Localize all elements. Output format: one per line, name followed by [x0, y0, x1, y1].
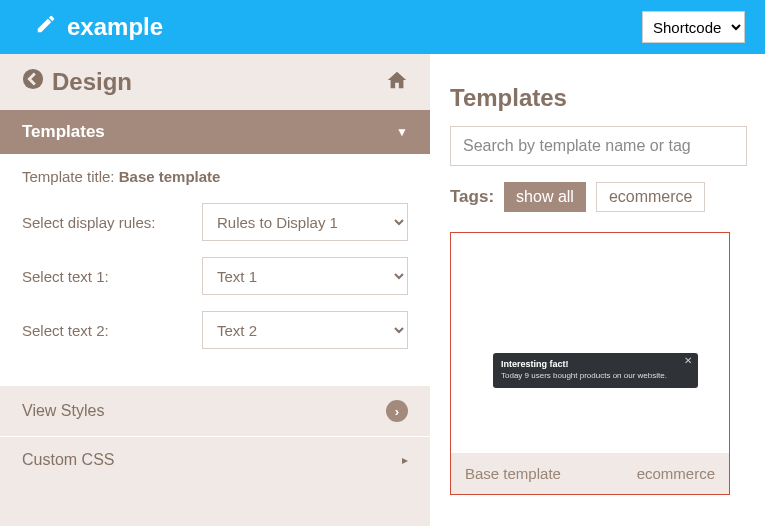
- template-title-line: Template title: Base template: [22, 168, 408, 185]
- back-button[interactable]: Design: [22, 68, 132, 96]
- notif-title: Interesting fact!: [501, 359, 690, 369]
- accordion-custom-css[interactable]: Custom CSS ▸: [0, 436, 430, 483]
- select-text-2[interactable]: Text 2: [202, 311, 408, 349]
- design-header: Design: [0, 54, 430, 110]
- chevron-left-icon: [22, 68, 44, 96]
- accordion-label: View Styles: [22, 402, 104, 420]
- sidebar: Design Templates ▼ Template title: Base …: [0, 54, 430, 526]
- topbar-left: example: [35, 13, 163, 41]
- accordion-view-styles[interactable]: View Styles ›: [0, 385, 430, 436]
- templates-body: Template title: Base template Select dis…: [0, 154, 430, 385]
- right-title: Templates: [450, 84, 765, 112]
- svg-point-0: [23, 69, 43, 89]
- main: Design Templates ▼ Template title: Base …: [0, 54, 765, 526]
- tags-label: Tags:: [450, 187, 494, 207]
- pencil-icon[interactable]: [35, 13, 57, 41]
- row-text-2: Select text 2: Text 2: [22, 311, 408, 349]
- select-display-rules[interactable]: Rules to Display 1: [202, 203, 408, 241]
- tag-show-all[interactable]: show all: [504, 182, 586, 212]
- accordion-label: Templates: [22, 122, 105, 142]
- accordion-label: Custom CSS: [22, 451, 114, 469]
- label-text-2: Select text 2:: [22, 322, 202, 339]
- caret-right-icon: ▸: [402, 453, 408, 467]
- right-panel: Templates Tags: show all ecommerce ✕ Int…: [430, 54, 765, 526]
- search-input[interactable]: [450, 126, 747, 166]
- shortcode-select[interactable]: Shortcode: [642, 11, 745, 43]
- row-text-1: Select text 1: Text 1: [22, 257, 408, 295]
- label-text-1: Select text 1:: [22, 268, 202, 285]
- home-icon[interactable]: [386, 69, 408, 96]
- select-text-1[interactable]: Text 1: [202, 257, 408, 295]
- tags-row: Tags: show all ecommerce: [450, 182, 765, 212]
- caret-down-icon: ▼: [396, 125, 408, 139]
- notif-body: Today 9 users bought products on our web…: [501, 371, 690, 380]
- card-footer: Base template ecommerce: [451, 453, 729, 494]
- label-display-rules: Select display rules:: [22, 214, 202, 231]
- page-title: example: [67, 13, 163, 41]
- row-display-rules: Select display rules: Rules to Display 1: [22, 203, 408, 241]
- accordion-templates[interactable]: Templates ▼: [0, 110, 430, 154]
- notification-preview: ✕ Interesting fact! Today 9 users bought…: [493, 353, 698, 388]
- design-title: Design: [52, 68, 132, 96]
- card-preview: ✕ Interesting fact! Today 9 users bought…: [451, 233, 729, 453]
- close-icon: ✕: [684, 355, 692, 366]
- card-name: Base template: [465, 465, 561, 482]
- template-card[interactable]: ✕ Interesting fact! Today 9 users bought…: [450, 232, 730, 495]
- tag-ecommerce[interactable]: ecommerce: [596, 182, 706, 212]
- topbar: example Shortcode: [0, 0, 765, 54]
- chevron-right-circle-icon: ›: [386, 400, 408, 422]
- card-tag: ecommerce: [637, 465, 715, 482]
